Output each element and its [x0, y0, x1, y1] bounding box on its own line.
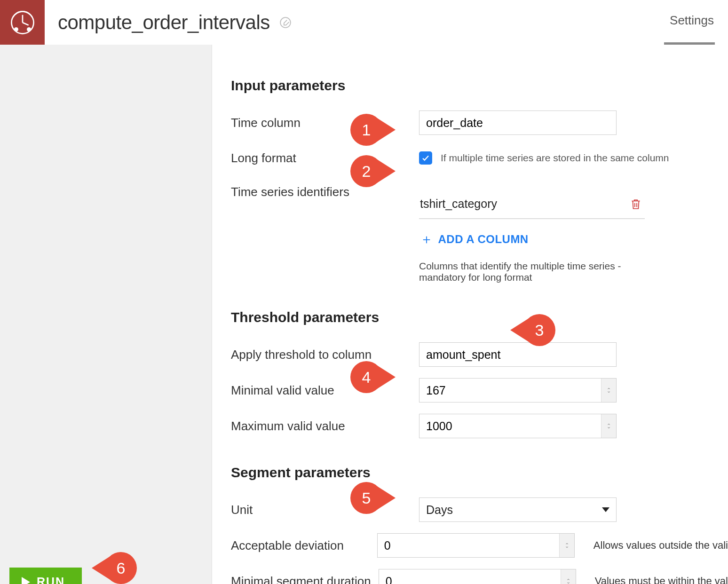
main-area: RUN Input parameters Time column Long fo… — [0, 45, 728, 584]
section-threshold-parameters: Threshold parameters Apply threshold to … — [231, 309, 728, 438]
min-valid-field[interactable] — [419, 384, 601, 397]
long-format-checkbox[interactable] — [419, 151, 432, 165]
add-column-button[interactable]: ＋ ADD A COLUMN — [419, 219, 645, 251]
min-duration-hint: Values must be within the val — [595, 575, 728, 584]
section-title: Input parameters — [231, 78, 728, 94]
label-deviation: Acceptable deviation — [231, 538, 377, 553]
unit-value: Days — [426, 503, 453, 517]
label-apply-threshold: Apply threshold to column — [231, 347, 419, 362]
deviation-field[interactable] — [378, 539, 559, 552]
deviation-hint: Allows values outside the vali — [593, 539, 728, 552]
max-valid-input[interactable] — [419, 414, 617, 438]
edit-title-icon[interactable] — [277, 15, 293, 31]
app-logo — [0, 0, 45, 45]
max-valid-field[interactable] — [419, 419, 601, 433]
add-column-label: ADD A COLUMN — [438, 233, 529, 246]
checkmark-icon — [421, 154, 430, 162]
play-icon — [22, 577, 30, 584]
recipe-icon — [9, 9, 36, 36]
label-min-duration: Minimal segment duration — [231, 574, 379, 584]
min-valid-input[interactable] — [419, 378, 617, 402]
identifier-row: tshirt_category — [419, 192, 645, 219]
identifiers-hint: Columns that identify the multiple time … — [419, 260, 645, 283]
stepper-icon[interactable] — [561, 569, 576, 584]
threshold-column-input[interactable] — [419, 342, 617, 367]
section-title: Segment parameters — [231, 465, 728, 481]
deviation-input[interactable] — [377, 533, 575, 558]
trash-icon — [630, 197, 642, 211]
min-duration-field[interactable] — [379, 575, 561, 584]
settings-panel: Input parameters Time column Long format… — [212, 45, 728, 584]
page-title: compute_order_intervals — [58, 11, 270, 34]
label-min-valid: Minimal valid value — [231, 383, 419, 398]
stepper-icon[interactable] — [601, 379, 616, 402]
section-segment-parameters: Segment parameters Unit Days Acceptable … — [231, 465, 728, 584]
section-title: Threshold parameters — [231, 309, 728, 325]
run-button[interactable]: RUN — [9, 568, 82, 584]
chevron-down-icon — [602, 507, 609, 512]
label-max-valid: Maximum valid value — [231, 419, 419, 434]
label-identifiers: Time series identifiers — [231, 181, 419, 199]
unit-select[interactable]: Days — [419, 497, 617, 522]
delete-identifier-button[interactable] — [630, 197, 642, 211]
stepper-icon[interactable] — [559, 534, 574, 557]
time-column-input[interactable] — [419, 110, 617, 135]
run-button-label: RUN — [37, 575, 65, 584]
label-time-column: Time column — [231, 116, 419, 130]
label-long-format: Long format — [231, 151, 419, 166]
app-header: compute_order_intervals Settings — [0, 0, 728, 45]
identifier-value: tshirt_category — [420, 197, 497, 211]
svg-point-4 — [27, 27, 31, 31]
long-format-hint: If multiple time series are stored in th… — [441, 152, 669, 164]
label-unit: Unit — [231, 503, 419, 517]
tab-settings[interactable]: Settings — [670, 13, 714, 28]
min-duration-input[interactable] — [379, 569, 576, 584]
stepper-icon[interactable] — [601, 414, 616, 438]
svg-line-2 — [23, 23, 29, 25]
plus-icon: ＋ — [420, 230, 434, 248]
section-input-parameters: Input parameters Time column Long format… — [231, 78, 728, 283]
left-sidebar: RUN — [0, 45, 212, 584]
svg-point-3 — [14, 27, 18, 31]
